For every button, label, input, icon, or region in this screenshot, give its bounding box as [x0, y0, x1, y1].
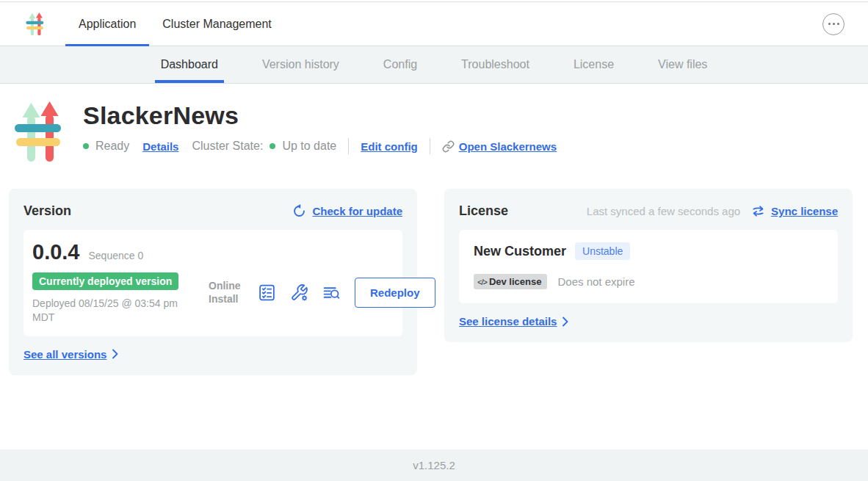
divider: [348, 138, 349, 154]
see-all-versions-group[interactable]: See all versions: [23, 348, 402, 361]
open-app-link-group[interactable]: Open Slackernews: [442, 140, 557, 153]
page: Application Cluster Management Dashboard…: [0, 0, 868, 481]
app-header: SlackerNews Ready Details Cluster State:…: [0, 84, 868, 163]
license-card-header: License Last synced a few seconds ago Sy…: [459, 203, 838, 219]
console-version: v1.125.2: [413, 459, 455, 471]
version-actions: Online Install: [209, 261, 440, 325]
cluster-state-label: Cluster State:: [192, 140, 263, 153]
sync-license-link[interactable]: Sync license: [771, 205, 838, 217]
version-info: 0.0.4 Sequence 0 Currently deployed vers…: [32, 240, 209, 325]
dashboard-cards: Version Check for update 0.0.4 Sequence: [9, 189, 853, 375]
version-action-icons: [258, 283, 341, 302]
hashtag-arrows-logo-icon: [15, 101, 62, 163]
sequence-label: Sequence 0: [89, 250, 144, 261]
tab-label: Config: [383, 58, 417, 71]
tab-license[interactable]: License: [551, 46, 636, 83]
see-all-versions-link[interactable]: See all versions: [23, 348, 106, 361]
deployed-status-badge: Currently deployed version: [32, 272, 178, 290]
license-info-box: New Customer Unstable </> Dev license Do…: [459, 230, 838, 303]
license-type-badge: </> Dev license: [474, 274, 547, 289]
license-type-label: Dev license: [489, 276, 542, 287]
channel-badge: Unstable: [575, 242, 630, 260]
license-card-title: License: [459, 203, 508, 219]
deployed-timestamp: Deployed 08/15/25 @ 03:54 pm MDT: [32, 297, 190, 325]
chain-link-icon: [442, 140, 455, 153]
tab-config[interactable]: Config: [361, 46, 439, 83]
license-card: License Last synced a few seconds ago Sy…: [444, 189, 853, 342]
chevron-right-icon: [112, 349, 118, 359]
version-card: Version Check for update 0.0.4 Sequence: [9, 189, 417, 375]
cluster-state-value: Up to date: [282, 140, 336, 153]
main-content: SlackerNews Ready Details Cluster State:…: [0, 84, 868, 449]
current-version-box: 0.0.4 Sequence 0 Currently deployed vers…: [23, 230, 402, 336]
overflow-menu-button[interactable]: [822, 13, 845, 35]
open-app-link[interactable]: Open Slackernews: [459, 140, 557, 153]
app-status-row: Ready Details Cluster State: Up to date …: [83, 138, 557, 154]
code-icon: </>: [477, 278, 487, 286]
sync-arrows-icon: [751, 204, 765, 218]
version-number-row: 0.0.4 Sequence 0: [32, 240, 209, 264]
details-link[interactable]: Details: [142, 140, 178, 153]
customer-row: New Customer Unstable: [474, 242, 826, 260]
license-sync-group: Last synced a few seconds ago Sync licen…: [587, 204, 838, 218]
see-license-details-link[interactable]: See license details: [459, 315, 557, 328]
top-nav-tab-label: Application: [79, 18, 136, 31]
tab-troubleshoot[interactable]: Troubleshoot: [439, 46, 551, 83]
config-wrench-icon[interactable]: [290, 283, 308, 302]
view-logs-icon[interactable]: [322, 283, 341, 302]
footer: v1.125.2: [0, 449, 868, 481]
redeploy-button[interactable]: Redeploy: [355, 278, 435, 308]
tab-label: License: [574, 58, 614, 71]
install-type-label: Online Install: [209, 279, 244, 305]
version-card-title: Version: [23, 203, 71, 219]
ellipsis-icon: [828, 23, 831, 25]
divider: [430, 138, 430, 154]
app-logo-large: [15, 101, 62, 163]
tab-view-files[interactable]: View files: [636, 46, 729, 83]
tab-dashboard[interactable]: Dashboard: [139, 46, 240, 83]
top-nav-tabs: Application Cluster Management: [65, 2, 285, 46]
version-card-header: Version Check for update: [23, 203, 402, 219]
tab-label: Version history: [262, 58, 339, 71]
tab-label: Troubleshoot: [461, 58, 529, 71]
page-title: SlackerNews: [83, 101, 557, 130]
top-nav-tab-application[interactable]: Application: [65, 2, 149, 46]
last-synced-text: Last synced a few seconds ago: [587, 205, 740, 217]
refresh-icon: [292, 204, 306, 218]
app-header-text: SlackerNews Ready Details Cluster State:…: [83, 101, 557, 163]
app-sub-navigation: Dashboard Version history Config Trouble…: [0, 46, 868, 84]
edit-config-link[interactable]: Edit config: [361, 140, 418, 153]
tab-version-history[interactable]: Version history: [240, 46, 361, 83]
chevron-right-icon: [563, 317, 568, 327]
hashtag-arrows-logo-icon: [24, 12, 46, 36]
cluster-state-dot: [270, 143, 275, 149]
version-number: 0.0.4: [32, 240, 80, 264]
license-type-row: </> Dev license Does not expire: [474, 274, 826, 289]
preflight-checks-icon[interactable]: [258, 283, 276, 302]
app-logo-small: [24, 2, 46, 46]
see-license-details-group[interactable]: See license details: [459, 315, 838, 328]
app-status-text: Ready: [95, 140, 129, 153]
top-navigation: Application Cluster Management: [0, 2, 868, 46]
tab-label: View files: [658, 58, 707, 71]
check-for-update-group[interactable]: Check for update: [292, 204, 402, 218]
check-for-update-link[interactable]: Check for update: [312, 205, 402, 217]
customer-name: New Customer: [474, 244, 566, 259]
expiry-text: Does not expire: [557, 275, 634, 288]
app-status-dot: [83, 143, 89, 149]
tab-label: Dashboard: [161, 58, 218, 71]
top-nav-tab-label: Cluster Management: [162, 18, 272, 31]
top-nav-tab-cluster-management[interactable]: Cluster Management: [149, 2, 285, 46]
